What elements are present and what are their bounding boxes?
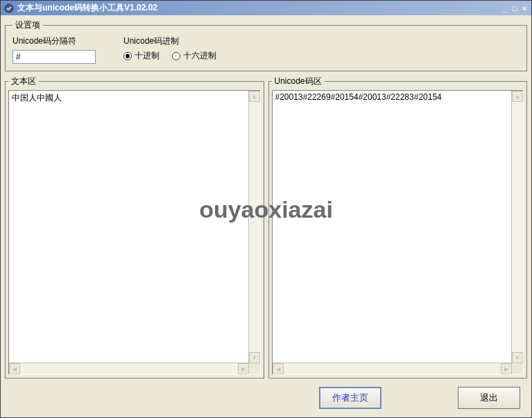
- text-pane: 文本区 ▲ ▼ ◀ ▶: [5, 76, 264, 378]
- radix-decimal-label: 十进制: [135, 50, 160, 62]
- maximize-button[interactable]: □: [510, 4, 519, 12]
- homepage-button[interactable]: 作者主页: [319, 387, 381, 409]
- scroll-left-icon[interactable]: ◀: [273, 363, 284, 374]
- text-area-wrap: ▲ ▼ ◀ ▶: [8, 90, 261, 375]
- exit-button[interactable]: 退出: [458, 387, 520, 409]
- unicode-pane-legend: Unicode码区: [272, 76, 325, 87]
- settings-legend: 设置项: [12, 19, 43, 31]
- content-area: 设置项 Unicode码分隔符 Unicode码进制 十进制: [1, 15, 531, 417]
- separator-label: Unicode码分隔符: [12, 35, 96, 47]
- vertical-scrollbar[interactable]: ▲ ▼: [249, 91, 260, 363]
- app-icon: [3, 3, 15, 14]
- settings-group: 设置项 Unicode码分隔符 Unicode码进制 十进制: [5, 19, 527, 71]
- unicode-input[interactable]: [273, 91, 512, 363]
- titlebar[interactable]: 文本与unicode码转换小工具V1.02.02 _ □ ×: [1, 1, 531, 15]
- radix-hex-radio[interactable]: 十六进制: [172, 50, 216, 62]
- horizontal-scrollbar[interactable]: ◀ ▶: [9, 363, 249, 374]
- scroll-track[interactable]: [284, 363, 501, 374]
- scroll-right-icon[interactable]: ▶: [238, 363, 249, 374]
- scroll-track[interactable]: [249, 102, 260, 352]
- radix-label: Unicode码进制: [123, 35, 216, 47]
- text-input[interactable]: [9, 91, 248, 363]
- text-pane-legend: 文本区: [8, 76, 39, 87]
- scroll-right-icon[interactable]: ▶: [501, 363, 512, 374]
- horizontal-scrollbar[interactable]: ◀ ▶: [273, 363, 513, 374]
- scroll-track[interactable]: [20, 363, 238, 374]
- scroll-up-icon[interactable]: ▲: [249, 91, 260, 102]
- radix-hex-label: 十六进制: [183, 50, 216, 62]
- radix-decimal-radio[interactable]: 十进制: [123, 50, 160, 62]
- app-window: 文本与unicode码转换小工具V1.02.02 _ □ × 设置项 Unico…: [0, 0, 532, 418]
- scroll-track[interactable]: [512, 102, 523, 352]
- radio-icon: [123, 52, 132, 60]
- window-title: 文本与unicode码转换小工具V1.02.02: [17, 2, 501, 14]
- scroll-down-icon[interactable]: ▼: [249, 352, 260, 363]
- scroll-down-icon[interactable]: ▼: [512, 352, 523, 363]
- minimize-button[interactable]: _: [501, 4, 509, 12]
- scroll-up-icon[interactable]: ▲: [512, 91, 523, 102]
- footer-buttons: 作者主页 退出: [5, 383, 527, 413]
- unicode-area-wrap: ▲ ▼ ◀ ▶: [272, 90, 524, 375]
- close-button[interactable]: ×: [520, 4, 529, 12]
- vertical-scrollbar[interactable]: ▲ ▼: [512, 91, 523, 363]
- scroll-corner: [249, 363, 260, 374]
- scroll-left-icon[interactable]: ◀: [9, 363, 20, 374]
- separator-input[interactable]: [12, 50, 96, 64]
- radio-icon: [172, 52, 180, 60]
- panes-row: 文本区 ▲ ▼ ◀ ▶: [5, 76, 527, 378]
- unicode-pane: Unicode码区 ▲ ▼ ◀ ▶: [268, 76, 528, 378]
- scroll-corner: [512, 363, 523, 374]
